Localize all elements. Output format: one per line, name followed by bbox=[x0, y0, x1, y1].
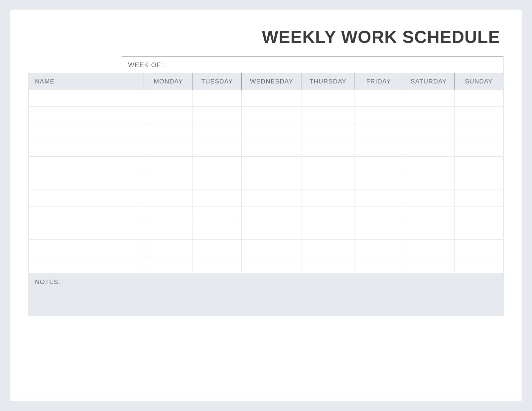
day-cell[interactable] bbox=[193, 140, 241, 157]
day-cell[interactable] bbox=[403, 256, 455, 273]
day-cell[interactable] bbox=[144, 206, 193, 223]
day-cell[interactable] bbox=[193, 206, 241, 223]
day-cell[interactable] bbox=[403, 107, 455, 123]
day-cell[interactable] bbox=[144, 190, 193, 206]
day-cell[interactable] bbox=[144, 140, 193, 157]
day-cell[interactable] bbox=[354, 107, 403, 123]
table-row bbox=[29, 223, 503, 240]
day-cell[interactable] bbox=[302, 157, 354, 173]
day-cell[interactable] bbox=[302, 223, 354, 240]
day-cell[interactable] bbox=[455, 90, 503, 107]
day-cell[interactable] bbox=[403, 123, 455, 140]
day-cell[interactable] bbox=[302, 140, 354, 157]
name-cell[interactable] bbox=[29, 173, 144, 190]
day-cell[interactable] bbox=[354, 223, 403, 240]
notes-field[interactable]: NOTES: bbox=[29, 273, 503, 316]
name-cell[interactable] bbox=[29, 190, 144, 206]
day-cell[interactable] bbox=[302, 190, 354, 206]
day-cell[interactable] bbox=[241, 190, 302, 206]
day-cell[interactable] bbox=[144, 240, 193, 256]
day-cell[interactable] bbox=[193, 223, 241, 240]
day-cell[interactable] bbox=[241, 206, 302, 223]
day-cell[interactable] bbox=[241, 173, 302, 190]
day-cell[interactable] bbox=[403, 173, 455, 190]
name-cell[interactable] bbox=[29, 223, 144, 240]
day-header-sat: SATURDAY bbox=[403, 73, 455, 90]
day-cell[interactable] bbox=[241, 240, 302, 256]
table-row bbox=[29, 123, 503, 140]
table-row bbox=[29, 140, 503, 157]
day-cell[interactable] bbox=[241, 223, 302, 240]
day-cell[interactable] bbox=[403, 190, 455, 206]
day-cell[interactable] bbox=[302, 173, 354, 190]
day-cell[interactable] bbox=[241, 123, 302, 140]
day-cell[interactable] bbox=[403, 140, 455, 157]
week-of-field[interactable]: WEEK OF : bbox=[122, 56, 503, 73]
day-cell[interactable] bbox=[144, 157, 193, 173]
day-cell[interactable] bbox=[403, 223, 455, 240]
day-cell[interactable] bbox=[455, 223, 503, 240]
name-cell[interactable] bbox=[29, 140, 144, 157]
day-cell[interactable] bbox=[302, 240, 354, 256]
table-row bbox=[29, 190, 503, 206]
day-cell[interactable] bbox=[302, 256, 354, 273]
day-cell[interactable] bbox=[193, 90, 241, 107]
day-cell[interactable] bbox=[144, 256, 193, 273]
day-cell[interactable] bbox=[144, 90, 193, 107]
name-cell[interactable] bbox=[29, 256, 144, 273]
name-cell[interactable] bbox=[29, 240, 144, 256]
table-row bbox=[29, 173, 503, 190]
day-cell[interactable] bbox=[455, 190, 503, 206]
day-cell[interactable] bbox=[193, 240, 241, 256]
day-cell[interactable] bbox=[403, 90, 455, 107]
day-header-tue: TUESDAY bbox=[193, 73, 241, 90]
day-cell[interactable] bbox=[241, 90, 302, 107]
day-cell[interactable] bbox=[241, 107, 302, 123]
day-cell[interactable] bbox=[193, 256, 241, 273]
day-cell[interactable] bbox=[302, 90, 354, 107]
day-cell[interactable] bbox=[354, 206, 403, 223]
day-cell[interactable] bbox=[403, 157, 455, 173]
day-cell[interactable] bbox=[302, 123, 354, 140]
day-cell[interactable] bbox=[403, 206, 455, 223]
day-cell[interactable] bbox=[354, 90, 403, 107]
day-cell[interactable] bbox=[354, 240, 403, 256]
day-cell[interactable] bbox=[403, 240, 455, 256]
day-cell[interactable] bbox=[302, 206, 354, 223]
day-cell[interactable] bbox=[354, 140, 403, 157]
day-cell[interactable] bbox=[302, 107, 354, 123]
day-cell[interactable] bbox=[455, 206, 503, 223]
day-cell[interactable] bbox=[193, 157, 241, 173]
day-cell[interactable] bbox=[354, 256, 403, 273]
day-cell[interactable] bbox=[455, 173, 503, 190]
day-cell[interactable] bbox=[241, 256, 302, 273]
day-cell[interactable] bbox=[455, 256, 503, 273]
day-cell[interactable] bbox=[241, 157, 302, 173]
day-cell[interactable] bbox=[455, 107, 503, 123]
day-cell[interactable] bbox=[193, 190, 241, 206]
name-cell[interactable] bbox=[29, 123, 144, 140]
day-cell[interactable] bbox=[144, 223, 193, 240]
day-cell[interactable] bbox=[193, 123, 241, 140]
name-cell[interactable] bbox=[29, 206, 144, 223]
name-cell[interactable] bbox=[29, 90, 144, 107]
day-cell[interactable] bbox=[354, 190, 403, 206]
day-cell[interactable] bbox=[354, 123, 403, 140]
name-cell[interactable] bbox=[29, 107, 144, 123]
day-cell[interactable] bbox=[455, 240, 503, 256]
day-cell[interactable] bbox=[354, 157, 403, 173]
day-cell[interactable] bbox=[455, 157, 503, 173]
day-cell[interactable] bbox=[455, 140, 503, 157]
day-cell[interactable] bbox=[193, 173, 241, 190]
name-header: NAME bbox=[29, 73, 144, 90]
day-cell[interactable] bbox=[144, 173, 193, 190]
table-row bbox=[29, 206, 503, 223]
name-cell[interactable] bbox=[29, 157, 144, 173]
day-cell[interactable] bbox=[241, 140, 302, 157]
day-cell[interactable] bbox=[193, 107, 241, 123]
day-cell[interactable] bbox=[455, 123, 503, 140]
day-cell[interactable] bbox=[354, 173, 403, 190]
day-cell[interactable] bbox=[144, 107, 193, 123]
day-cell[interactable] bbox=[144, 123, 193, 140]
schedule-table: NAME MONDAY TUESDAY WEDNESDAY THURSDAY F… bbox=[29, 73, 503, 273]
